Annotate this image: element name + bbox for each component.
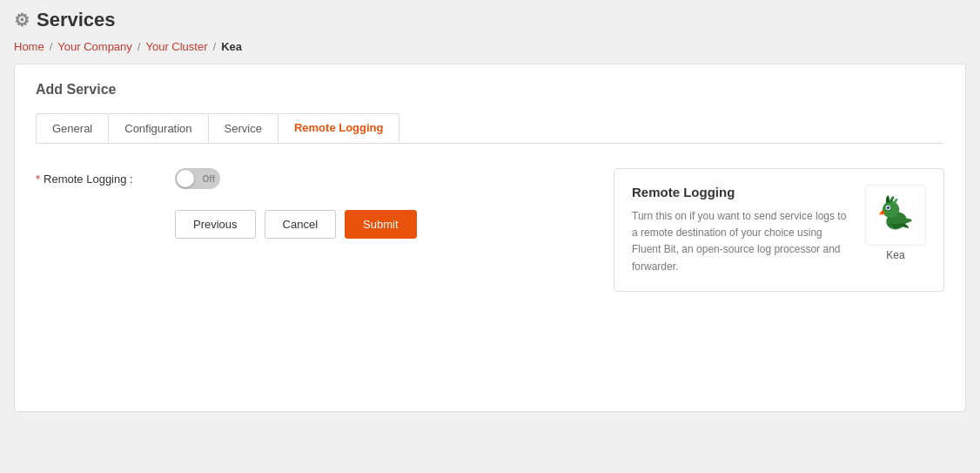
page-title: ⚙ Services [14,9,116,31]
breadcrumb-sep-2: / [138,40,141,53]
info-panel: Remote Logging Turn this on if you want … [614,168,944,292]
svg-point-2 [883,201,899,218]
kea-logo-svg [872,192,919,239]
breadcrumb-company[interactable]: Your Company [57,40,132,53]
breadcrumb-home[interactable]: Home [14,40,44,53]
toggle-track: Off [175,168,220,189]
cancel-button[interactable]: Cancel [265,210,336,239]
info-title: Remote Logging [632,185,851,199]
svg-point-4 [887,206,889,209]
form-area: *Remote Logging : Off Previous Cancel Su… [36,168,587,292]
breadcrumb-cluster[interactable]: Your Cluster [145,40,207,53]
breadcrumb-current: Kea [221,40,242,53]
required-star: * [36,172,40,186]
tab-remote-logging[interactable]: Remote Logging [278,113,400,143]
info-text: Remote Logging Turn this on if you want … [632,185,851,275]
breadcrumb: Home / Your Company / Your Cluster / Kea [0,37,980,64]
tab-service[interactable]: Service [208,113,279,143]
remote-logging-label: *Remote Logging : [36,172,175,186]
info-desc: Turn this on if you want to send service… [632,208,851,275]
page-header: ⚙ Services [0,0,980,37]
breadcrumb-sep-1: / [50,40,53,53]
main-card: Add Service General Configuration Servic… [14,64,966,412]
svg-point-5 [887,206,888,207]
button-row: Previous Cancel Submit [175,210,587,239]
kea-label: Kea [886,249,904,261]
content-area: *Remote Logging : Off Previous Cancel Su… [36,168,944,292]
toggle-off-label: Off [203,174,215,184]
breadcrumb-sep-3: / [213,40,217,53]
remote-logging-toggle[interactable]: Off [175,168,220,189]
submit-button[interactable]: Submit [345,210,416,239]
kea-logo-container: Kea [865,185,926,261]
remote-logging-row: *Remote Logging : Off [36,168,587,189]
card-title: Add Service [36,82,944,98]
tab-bar: General Configuration Service Remote Log… [36,113,944,144]
gear-icon: ⚙ [14,10,30,30]
tab-general[interactable]: General [36,113,109,143]
kea-logo-box [865,185,926,246]
previous-button[interactable]: Previous [175,210,256,239]
toggle-knob [177,170,194,187]
tab-configuration[interactable]: Configuration [108,113,208,143]
